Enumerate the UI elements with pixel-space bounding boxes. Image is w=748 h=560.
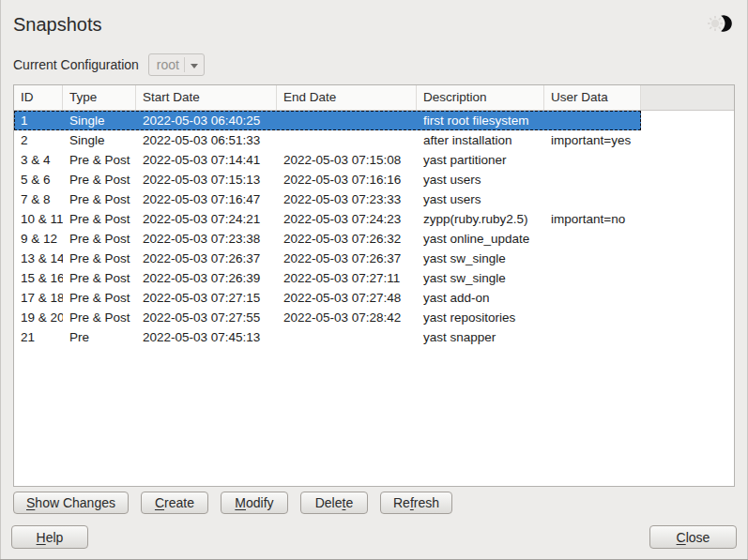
column-header-id[interactable]: ID: [14, 85, 63, 110]
cell-id: 7 & 8: [14, 189, 63, 209]
cell-end-date: 2022-05-03 07:15:08: [277, 150, 417, 170]
cell-description: zypp(ruby.ruby2.5): [417, 209, 544, 229]
configuration-dropdown[interactable]: root: [148, 53, 205, 76]
table-body: 1Single2022-05-03 06:40:25first root fil…: [14, 111, 734, 347]
close-button[interactable]: Close: [649, 525, 737, 549]
cell-user-data: important=no: [544, 209, 641, 229]
cell-start-date: 2022-05-03 07:23:38: [136, 229, 277, 249]
cell-start-date: 2022-05-03 07:24:21: [136, 209, 277, 229]
cell-user-data: [544, 327, 641, 347]
cell-type: Pre & Post: [63, 249, 136, 268]
cell-description: after installation: [417, 130, 544, 150]
cell-description: yast online_update: [417, 229, 544, 249]
page-title: Snapshots: [13, 14, 102, 36]
cell-start-date: 2022-05-03 07:27:15: [136, 288, 277, 308]
table-row[interactable]: 21Pre2022-05-03 07:45:13yast snapper: [14, 327, 641, 347]
cell-user-data: [544, 170, 641, 189]
table-row[interactable]: 1Single2022-05-03 06:40:25first root fil…: [14, 111, 641, 130]
cell-user-data: [544, 268, 641, 288]
table-row[interactable]: 17 & 18Pre & Post2022-05-03 07:27:152022…: [14, 288, 641, 308]
cell-description: first root filesystem: [417, 111, 544, 130]
cell-user-data: [544, 308, 641, 327]
snapshots-table[interactable]: ID Type Start Date End Date Description …: [13, 84, 735, 487]
cell-user-data: important=yes: [544, 130, 641, 150]
cell-id: 19 & 20: [14, 308, 63, 327]
cell-end-date: 2022-05-03 07:24:23: [277, 209, 417, 229]
column-header-start-date[interactable]: Start Date: [136, 85, 277, 110]
action-button-row: Show Changes Create Modify Delete Refres…: [13, 492, 452, 514]
dropdown-separator: [184, 57, 185, 72]
cell-user-data: [544, 229, 641, 249]
cell-description: yast sw_single: [417, 249, 544, 268]
table-row[interactable]: 13 & 14Pre & Post2022-05-03 07:26:372022…: [14, 249, 641, 268]
cell-end-date: [277, 111, 417, 130]
refresh-button[interactable]: Refresh: [380, 492, 452, 514]
cell-description: yast repositories: [417, 308, 544, 327]
column-header-user-data[interactable]: User Data: [544, 85, 641, 110]
cell-start-date: 2022-05-03 06:51:33: [136, 130, 277, 150]
cell-description: yast users: [417, 170, 544, 189]
table-row[interactable]: 15 & 16Pre & Post2022-05-03 07:26:392022…: [14, 268, 641, 288]
show-changes-button[interactable]: Show Changes: [13, 492, 129, 514]
cell-id: 9 & 12: [14, 229, 63, 249]
cell-type: Pre: [63, 327, 136, 347]
table-row[interactable]: 7 & 8Pre & Post2022-05-03 07:16:472022-0…: [14, 189, 641, 209]
cell-type: Single: [63, 111, 136, 130]
cell-type: Pre & Post: [63, 150, 136, 170]
cell-end-date: 2022-05-03 07:26:32: [277, 229, 417, 249]
column-header-filler: [641, 85, 734, 110]
cell-end-date: 2022-05-03 07:23:33: [277, 189, 417, 209]
cell-id: 5 & 6: [14, 170, 63, 189]
modify-button[interactable]: Modify: [221, 492, 288, 514]
cell-end-date: [277, 130, 417, 150]
cell-id: 17 & 18: [14, 288, 63, 308]
table-row[interactable]: 9 & 12Pre & Post2022-05-03 07:23:382022-…: [14, 229, 641, 249]
cell-type: Pre & Post: [63, 308, 136, 327]
cell-user-data: [544, 111, 641, 130]
snapshots-dialog: { "window": { "title": "Snapshots", "the…: [0, 0, 748, 560]
cell-description: yast sw_single: [417, 268, 544, 288]
cell-user-data: [544, 189, 641, 209]
cell-description: yast partitioner: [417, 150, 544, 170]
cell-id: 13 & 14: [14, 249, 63, 268]
table-row[interactable]: 3 & 4Pre & Post2022-05-03 07:14:412022-0…: [14, 150, 641, 170]
cell-type: Pre & Post: [63, 268, 136, 288]
help-button[interactable]: Help: [11, 525, 88, 549]
table-row[interactable]: 10 & 11Pre & Post2022-05-03 07:24:212022…: [14, 209, 641, 229]
cell-end-date: 2022-05-03 07:27:11: [277, 268, 417, 288]
current-configuration-row: Current Configuration root: [13, 53, 205, 77]
table-row[interactable]: 19 & 20Pre & Post2022-05-03 07:27:552022…: [14, 308, 641, 327]
cell-description: yast add-on: [417, 288, 544, 308]
cell-user-data: [544, 288, 641, 308]
create-button[interactable]: Create: [141, 492, 208, 514]
sun-moon-icon: [703, 11, 735, 39]
cell-id: 2: [14, 130, 63, 150]
cell-id: 3 & 4: [14, 150, 63, 170]
cell-user-data: [544, 150, 641, 170]
cell-id: 1: [14, 111, 63, 130]
table-row[interactable]: 5 & 6Pre & Post2022-05-03 07:15:132022-0…: [14, 170, 641, 189]
cell-id: 15 & 16: [14, 268, 63, 288]
cell-type: Pre & Post: [63, 209, 136, 229]
cell-start-date: 2022-05-03 07:15:13: [136, 170, 277, 189]
cell-start-date: 2022-05-03 07:14:41: [136, 150, 277, 170]
column-header-type[interactable]: Type: [63, 85, 136, 110]
column-header-description[interactable]: Description: [417, 85, 544, 110]
cell-type: Pre & Post: [63, 170, 136, 189]
cell-type: Single: [63, 130, 136, 150]
column-header-end-date[interactable]: End Date: [277, 85, 417, 110]
delete-button[interactable]: Delete: [300, 492, 368, 514]
cell-end-date: 2022-05-03 07:28:42: [277, 308, 417, 327]
cell-type: Pre & Post: [63, 189, 136, 209]
cell-end-date: 2022-05-03 07:16:16: [277, 170, 417, 189]
cell-user-data: [544, 249, 641, 268]
cell-id: 21: [14, 327, 63, 347]
table-header: ID Type Start Date End Date Description …: [14, 85, 734, 111]
cell-type: Pre & Post: [63, 229, 136, 249]
cell-start-date: 2022-05-03 07:27:55: [136, 308, 277, 327]
table-row[interactable]: 2Single2022-05-03 06:51:33after installa…: [14, 130, 641, 150]
cell-start-date: 2022-05-03 07:16:47: [136, 189, 277, 209]
chevron-down-icon: [191, 64, 198, 68]
cell-start-date: 2022-05-03 06:40:25: [136, 111, 277, 130]
configuration-dropdown-value: root: [157, 57, 179, 72]
